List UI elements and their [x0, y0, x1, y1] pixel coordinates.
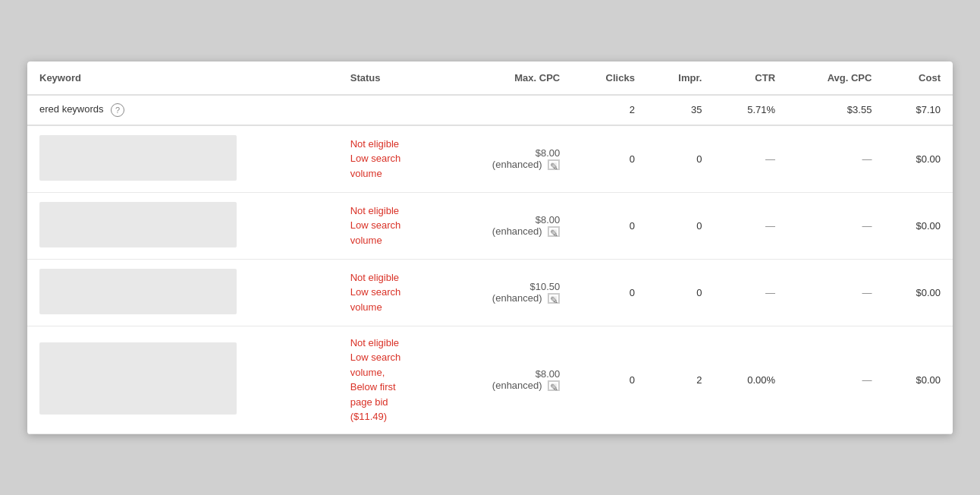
col-keyword: Keyword [27, 61, 338, 95]
table-row: Not eligible Low search volume $8.00 (en… [27, 125, 953, 193]
summary-status [338, 95, 443, 125]
cost-cell: $0.00 [884, 192, 953, 259]
cost-cell: $0.00 [884, 326, 953, 434]
col-ctr: CTR [714, 61, 787, 95]
avg-cpc-cell: — [787, 326, 884, 434]
clicks-cell: 0 [572, 125, 647, 193]
summary-avg-cpc: $3.55 [787, 95, 884, 125]
status-cell: Not eligible Low search volume, Below fi… [338, 326, 443, 434]
clicks-cell: 0 [572, 326, 647, 434]
edit-cpc-icon[interactable]: ✎ [548, 380, 560, 391]
status-text: Not eligible Low search volume [350, 137, 431, 181]
max-cpc-cell: $10.50 (enhanced) ✎ [443, 259, 572, 326]
summary-row: ered keywords ? 2 35 5.71% $3.55 $7.10 [27, 95, 953, 125]
ctr-cell: 0.00% [714, 326, 787, 434]
edit-cpc-icon[interactable]: ✎ [548, 159, 560, 170]
table-row: Not eligible Low search volume $8.00 (en… [27, 192, 953, 259]
summary-clicks: 2 [572, 95, 647, 125]
avg-cpc-cell: — [787, 259, 884, 326]
keyword-cell [27, 125, 338, 193]
summary-impr: 35 [647, 95, 715, 125]
cost-cell: $0.00 [884, 259, 953, 326]
keywords-table: Keyword Status Max. CPC Clicks Impr. CTR… [27, 61, 953, 434]
col-impr: Impr. [647, 61, 715, 95]
impr-cell: 0 [647, 192, 715, 259]
col-status: Status [338, 61, 443, 95]
main-card: Keyword Status Max. CPC Clicks Impr. CTR… [27, 61, 953, 434]
summary-max-cpc [443, 95, 572, 125]
impr-cell: 0 [647, 259, 715, 326]
ctr-cell: — [714, 259, 787, 326]
ctr-cell: — [714, 125, 787, 193]
clicks-cell: 0 [572, 192, 647, 259]
edit-cpc-icon[interactable]: ✎ [548, 226, 560, 237]
keyword-cell [27, 259, 338, 326]
table-row: Not eligible Low search volume, Below fi… [27, 326, 953, 434]
summary-ctr: 5.71% [714, 95, 787, 125]
status-cell: Not eligible Low search volume [338, 192, 443, 259]
help-icon[interactable]: ? [111, 103, 124, 117]
avg-cpc-cell: — [787, 125, 884, 193]
cost-cell: $0.00 [884, 125, 953, 193]
avg-cpc-cell: — [787, 192, 884, 259]
col-avg-cpc: Avg. CPC [787, 61, 884, 95]
impr-cell: 0 [647, 125, 715, 193]
keyword-cell [27, 326, 338, 434]
clicks-cell: 0 [572, 259, 647, 326]
summary-cost: $7.10 [884, 95, 953, 125]
keyword-placeholder-box [39, 202, 237, 247]
keyword-cell [27, 192, 338, 259]
summary-keyword-label: ered keywords ? [27, 95, 338, 125]
col-clicks: Clicks [572, 61, 647, 95]
max-cpc-cell: $8.00 (enhanced) ✎ [443, 192, 572, 259]
keyword-placeholder-box [39, 135, 237, 181]
table-row: Not eligible Low search volume $10.50 (e… [27, 259, 953, 326]
status-text: Not eligible Low search volume [350, 203, 431, 248]
status-text: Not eligible Low search volume, Below fi… [350, 336, 431, 424]
status-cell: Not eligible Low search volume [338, 125, 443, 193]
edit-cpc-icon[interactable]: ✎ [548, 293, 560, 304]
col-max-cpc: Max. CPC [443, 61, 572, 95]
keyword-placeholder-box [39, 342, 237, 415]
status-text: Not eligible Low search volume [350, 270, 431, 315]
max-cpc-cell: $8.00 (enhanced) ✎ [443, 326, 572, 434]
col-cost: Cost [884, 61, 953, 95]
ctr-cell: — [714, 192, 787, 259]
status-cell: Not eligible Low search volume [338, 259, 443, 326]
keyword-placeholder-box [39, 269, 237, 314]
max-cpc-cell: $8.00 (enhanced) ✎ [443, 125, 572, 193]
table-header-row: Keyword Status Max. CPC Clicks Impr. CTR… [27, 61, 953, 95]
impr-cell: 2 [647, 326, 715, 434]
